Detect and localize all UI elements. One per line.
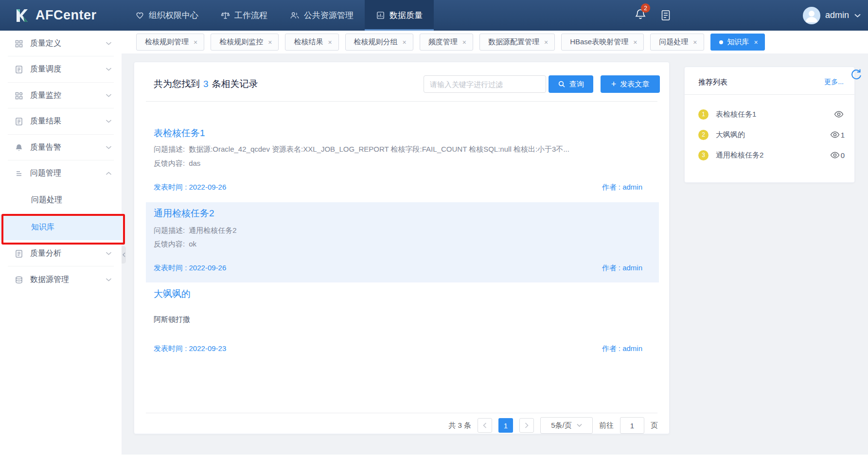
more-link[interactable]: 更多...: [824, 78, 844, 87]
notification-bell[interactable]: 2: [635, 8, 646, 21]
next-page-button[interactable]: [519, 418, 534, 433]
primary-nav: 组织权限中心 工作流程 公共资源管理: [124, 0, 434, 31]
eye-icon: [830, 131, 840, 138]
summary-suffix: 条相关记录: [212, 79, 258, 89]
article-publish-date: 发表时间 : 2022-09-23: [154, 344, 226, 353]
recommend-item[interactable]: 2 大飒飒的 1: [685, 126, 855, 143]
tab-label: 检核规则监控: [219, 37, 263, 47]
view-count: [834, 111, 845, 118]
nav-item-label: 公共资源管理: [304, 10, 354, 21]
sidebar-item-datasource-management[interactable]: 数据源管理: [0, 267, 122, 293]
close-icon[interactable]: ×: [462, 38, 466, 46]
view-count: 1: [830, 131, 845, 139]
sidebar-item-quality-analysis[interactable]: 质量分析: [0, 241, 122, 266]
document-icon: [15, 249, 23, 258]
close-icon[interactable]: ×: [633, 38, 637, 46]
message-log-button[interactable]: [660, 9, 671, 21]
page-number-1[interactable]: 1: [498, 418, 513, 433]
recommend-title: 推荐列表: [698, 78, 727, 87]
sidebar-item-label: 问题管理: [30, 168, 61, 178]
sidebar-subitem-label: 知识库: [31, 222, 54, 232]
tab-datasource-config[interactable]: 数据源配置管理 ×: [479, 34, 555, 51]
notification-badge: 2: [641, 3, 650, 13]
article-feedback: 反馈内容:das: [154, 159, 650, 168]
article-title[interactable]: 通用检核任务2: [154, 207, 214, 220]
knowledge-base-card: 共为您找到3条相关记录 查询 + 发表文章 表检核任务1 问题描述:数据源:Or…: [134, 62, 670, 434]
close-icon[interactable]: ×: [328, 38, 332, 46]
sidebar-item-issue-handling[interactable]: 问题处理: [0, 187, 122, 213]
article-body: 阿斯顿打撒: [154, 315, 190, 324]
search-icon: [558, 80, 566, 88]
chevron-down-icon: [106, 41, 112, 46]
nav-item-label: 数据质量: [390, 10, 423, 21]
open-tabs-bar: 检核规则管理 × 检核规则监控 × 检核结果 × 检核规则分组 × 频度管理 ×…: [122, 31, 868, 53]
sidebar-collapse-handle[interactable]: [122, 246, 126, 264]
close-icon[interactable]: ×: [194, 38, 197, 46]
query-button[interactable]: 查询: [549, 75, 593, 93]
publish-article-button[interactable]: + 发表文章: [601, 75, 660, 93]
tab-knowledge-base[interactable]: 知识库 ×: [710, 34, 765, 51]
sidebar-item-knowledge-base[interactable]: 知识库: [0, 214, 122, 240]
sidebar-item-quality-monitor[interactable]: 质量监控: [0, 83, 122, 108]
bell-icon: [15, 143, 23, 152]
sidebar-item-label: 数据源管理: [30, 275, 69, 285]
nav-item-data-quality[interactable]: 数据质量: [365, 0, 434, 31]
nav-item-org-permission[interactable]: 组织权限中心: [124, 0, 210, 31]
app-logo[interactable]: AFCenter: [13, 0, 97, 31]
keyword-filter-input[interactable]: [424, 75, 546, 93]
close-icon[interactable]: ×: [754, 38, 758, 46]
tab-check-rule-monitor[interactable]: 检核规则监控 ×: [211, 34, 279, 51]
article-feedback: 反馈内容:ok: [154, 240, 650, 249]
description-label: 问题描述:: [154, 226, 185, 234]
rank-badge: 2: [698, 130, 709, 140]
article-author: 作者 : admin: [602, 183, 642, 192]
article-description: 问题描述:通用检核任务2: [154, 226, 650, 235]
refresh-icon[interactable]: [850, 68, 863, 81]
article-title[interactable]: 大飒飒的: [154, 288, 191, 300]
recommend-item-title: 通用检核任务2: [716, 151, 763, 160]
article-title[interactable]: 表检核任务1: [154, 127, 205, 140]
page-size-select[interactable]: 5条/页: [540, 417, 593, 434]
document-icon: [15, 65, 23, 74]
recommend-item[interactable]: 3 通用检核任务2 0: [685, 146, 855, 164]
pagination: 共 3 条 1 5条/页 前往 页: [134, 417, 658, 434]
article-description: 问题描述:数据源:Oracle_42_qcdev 资源表名:XXL_JOB_LO…: [154, 145, 650, 154]
tab-check-rule-group[interactable]: 检核规则分组 ×: [345, 34, 413, 51]
tab-issue-handling[interactable]: 问题处理 ×: [650, 34, 704, 51]
goto-page-input[interactable]: [620, 417, 644, 434]
close-icon[interactable]: ×: [693, 38, 697, 46]
document-icon: [15, 117, 23, 126]
close-icon[interactable]: ×: [544, 38, 548, 46]
tab-check-rule-management[interactable]: 检核规则管理 ×: [136, 34, 204, 51]
grid-icon: [15, 91, 23, 100]
description-label: 问题描述:: [154, 145, 185, 153]
tab-hbase-mapping[interactable]: HBase表映射管理 ×: [561, 34, 644, 51]
goto-unit: 页: [651, 421, 658, 430]
tab-frequency-management[interactable]: 频度管理 ×: [420, 34, 473, 51]
recommend-item-title: 表检核任务1: [716, 110, 756, 119]
sidebar-item-quality-definition[interactable]: 质量定义: [0, 31, 122, 56]
chevron-down-icon: [577, 423, 582, 427]
recommend-item[interactable]: 1 表检核任务1: [685, 105, 855, 123]
nav-item-workflow[interactable]: 工作流程: [210, 0, 279, 31]
user-menu[interactable]: admin: [803, 0, 861, 31]
sidebar-item-quality-alert[interactable]: 质量告警: [0, 135, 122, 160]
feedback-value: ok: [189, 240, 196, 248]
sidebar-item-label: 质量分析: [30, 248, 61, 259]
chevron-down-icon: [106, 278, 112, 282]
result-summary: 共为您找到3条相关记录: [154, 78, 258, 90]
tab-check-result[interactable]: 检核结果 ×: [285, 34, 338, 51]
tab-label: 检核规则管理: [145, 37, 189, 47]
logo-text: AFCenter: [35, 8, 97, 23]
nav-item-public-resource[interactable]: 公共资源管理: [279, 0, 365, 31]
chevron-up-icon: [106, 171, 112, 176]
sidebar-item-quality-result[interactable]: 质量结果: [0, 108, 122, 134]
sidebar-item-issue-management[interactable]: 问题管理: [0, 160, 122, 186]
close-icon[interactable]: ×: [403, 38, 407, 46]
pagination-divider: [146, 413, 657, 413]
close-icon[interactable]: ×: [268, 38, 272, 46]
sidebar-item-quality-schedule[interactable]: 质量调度: [0, 56, 122, 82]
chevron-down-icon: [106, 251, 112, 256]
heart-icon: [135, 11, 144, 20]
prev-page-button[interactable]: [478, 418, 492, 433]
